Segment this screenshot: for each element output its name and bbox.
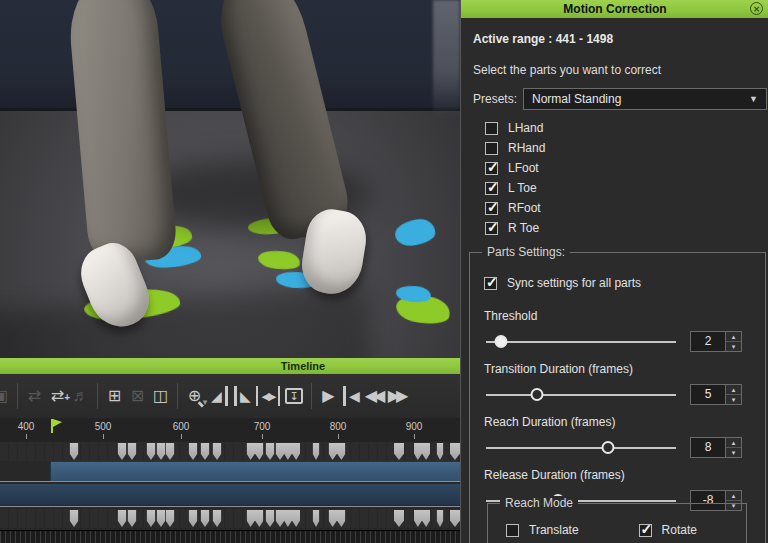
keyframe-marker[interactable] [213, 510, 222, 527]
spinbox-value[interactable]: 8 [691, 438, 725, 457]
spin-down-icon[interactable]: ▾ [726, 342, 741, 351]
keyframe-marker[interactable] [128, 510, 137, 527]
keyframe-marker[interactable] [437, 443, 444, 460]
keyframe-marker[interactable] [284, 510, 300, 527]
keyframe-marker[interactable] [313, 443, 320, 460]
checkbox[interactable]: ✓ [485, 162, 498, 175]
spin-up-icon[interactable]: ▴ [726, 332, 741, 342]
spinbox-arrows[interactable]: ▴▾ [725, 385, 741, 404]
spinbox-arrows[interactable]: ▴▾ [725, 438, 741, 457]
spinbox-arrows[interactable]: ▴▾ [725, 332, 741, 351]
spin-down-icon[interactable]: ▾ [726, 395, 741, 404]
keyframe-marker[interactable] [329, 510, 346, 527]
keyframe-marker[interactable] [394, 443, 404, 460]
active-clip-bar[interactable] [50, 461, 460, 482]
slider-track[interactable] [486, 341, 676, 343]
keyframe-marker[interactable] [147, 510, 156, 527]
spinbox-value[interactable]: 5 [691, 385, 725, 404]
checkbox[interactable] [485, 142, 498, 155]
checkbox[interactable]: ✓ [639, 524, 652, 537]
keyframe-marker[interactable] [284, 443, 300, 460]
keyframe-marker[interactable] [450, 510, 460, 527]
presets-dropdown[interactable]: Normal Standing ▼ [523, 88, 767, 110]
spin-up-icon[interactable]: ▴ [726, 491, 741, 501]
spin-up-icon[interactable]: ▴ [726, 438, 741, 448]
fit-range-icon[interactable]: ◀▶ [256, 386, 280, 406]
checkbox[interactable]: ✓ [485, 222, 498, 235]
play-icon[interactable]: ▶ [317, 386, 340, 406]
value-spinbox[interactable]: 2▴▾ [690, 331, 742, 352]
keyframe-marker[interactable] [70, 443, 79, 460]
keyframe-marker[interactable] [118, 443, 127, 460]
keyframe-marker[interactable] [166, 443, 175, 460]
full-clip-bar[interactable] [0, 484, 460, 505]
spin-down-icon[interactable]: ▾ [726, 448, 741, 457]
checkbox[interactable]: ✓ [485, 182, 498, 195]
part-row-rhand[interactable]: RHand [485, 138, 545, 158]
keyframe-marker[interactable] [266, 443, 275, 460]
keyframe-marker[interactable] [247, 443, 264, 460]
keyframe-marker[interactable] [414, 510, 430, 527]
timeline-scroll-strip[interactable] [0, 530, 460, 543]
part-row-lhand[interactable]: LHand [485, 118, 545, 138]
go-start-icon[interactable]: ◀ [343, 386, 363, 406]
track-view-icon[interactable]: ◫ [149, 386, 172, 406]
spin-up-icon[interactable]: ▴ [726, 385, 741, 395]
keyframe-marker[interactable] [414, 443, 430, 460]
keyframe-marker[interactable] [70, 510, 79, 527]
keyframe-marker[interactable] [201, 510, 210, 527]
keyframe-marker[interactable] [201, 443, 210, 460]
keyframe-marker[interactable] [266, 510, 275, 527]
break-in-icon[interactable]: ◢ [208, 386, 228, 406]
keyframe-marker[interactable] [450, 443, 460, 460]
add-clip-icon[interactable]: ⇄+ [46, 386, 69, 406]
slider-handle[interactable] [495, 335, 508, 348]
keyframe-track-top[interactable] [0, 442, 460, 461]
keyframe-marker[interactable] [276, 443, 285, 460]
checkbox[interactable]: ✓ [485, 202, 498, 215]
keyframe-marker[interactable] [329, 443, 346, 460]
keyframe-marker[interactable] [157, 443, 166, 460]
checkbox[interactable] [506, 524, 519, 537]
value-spinbox[interactable]: 5▴▾ [690, 384, 742, 405]
value-spinbox[interactable]: 8▴▾ [690, 437, 742, 458]
keyframe-marker[interactable] [166, 510, 175, 527]
spinbox-value[interactable]: 2 [691, 332, 725, 351]
add-track-icon[interactable]: ⊞ [103, 386, 126, 406]
keyframe-marker[interactable] [276, 510, 285, 527]
part-row-ltoe[interactable]: ✓L Toe [485, 178, 545, 198]
keyframe-marker[interactable] [189, 510, 198, 527]
keyframe-marker[interactable] [213, 443, 222, 460]
sync-settings-row[interactable]: ✓ Sync settings for all parts [484, 273, 765, 293]
timeline-titlebar[interactable]: Timeline [0, 358, 460, 374]
keyframe-marker[interactable] [128, 443, 137, 460]
rewind-icon[interactable]: ◀◀ [363, 386, 386, 406]
slider-handle[interactable] [601, 441, 614, 454]
panel-titlebar[interactable]: Motion Correction ✕ [461, 0, 768, 18]
keyframe-marker[interactable] [147, 443, 156, 460]
timeline-ruler[interactable]: 400500600700800900 [0, 418, 460, 443]
set-range-icon[interactable]: ↧ [285, 388, 303, 404]
part-row-rfoot[interactable]: ✓RFoot [485, 198, 545, 218]
slider-track[interactable] [486, 447, 676, 449]
keyframe-marker[interactable] [118, 510, 127, 527]
slider-track[interactable] [486, 394, 676, 396]
checkbox[interactable] [485, 122, 498, 135]
part-row-rtoe[interactable]: ✓R Toe [485, 218, 545, 238]
keyframe-marker[interactable] [157, 510, 166, 527]
keyframe-marker[interactable] [394, 510, 404, 527]
part-row-lfoot[interactable]: ✓LFoot [485, 158, 545, 178]
keyframe-marker[interactable] [437, 510, 444, 527]
break-out-icon[interactable]: ◣ [234, 386, 254, 406]
reach-option-rotate[interactable]: ✓Rotate [639, 520, 697, 540]
forward-icon[interactable]: ▶▶ [386, 386, 409, 406]
keyframe-marker[interactable] [313, 510, 320, 527]
playhead-flag[interactable] [51, 419, 53, 433]
reach-option-translate[interactable]: Translate [506, 520, 579, 540]
close-icon[interactable]: ✕ [750, 2, 763, 15]
slider-handle[interactable] [531, 388, 544, 401]
viewport-3d[interactable] [0, 0, 460, 358]
keyframe-marker[interactable] [189, 443, 198, 460]
keyframe-track-bottom[interactable] [0, 509, 460, 528]
keyframe-marker[interactable] [247, 510, 264, 527]
